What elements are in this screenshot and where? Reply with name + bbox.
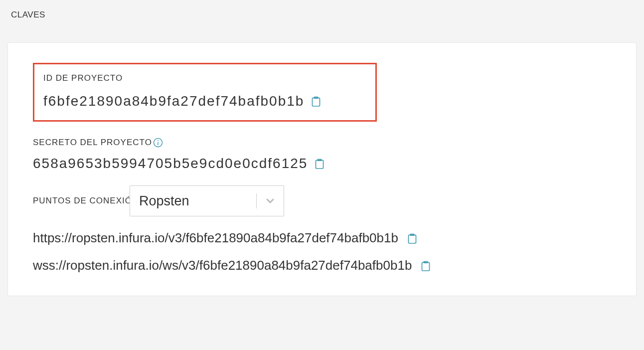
project-secret-value: 658a9653b5994705b5e9cd0e0cdf6125 [33,156,308,172]
info-icon[interactable] [153,138,163,148]
page-title: CLAVES [11,10,639,20]
project-secret-section: SECRETO DEL PROYECTO 658a9653b5994705b5e… [33,138,611,172]
svg-point-2 [158,140,159,141]
wss-endpoint-row: wss://ropsten.infura.io/ws/v3/f6bfe21890… [33,258,611,273]
keys-card: ID DE PROYECTO f6bfe21890a84b9fa27def74b… [7,42,637,296]
chevron-down-icon [257,195,284,207]
network-select[interactable]: Ropsten [130,185,284,216]
network-select-value: Ropsten [130,193,256,209]
project-secret-label: SECRETO DEL PROYECTO [33,138,163,148]
svg-rect-6 [422,262,430,271]
project-id-value: f6bfe21890a84b9fa27def74bafb0b1b [43,93,304,109]
clipboard-icon[interactable] [315,158,324,170]
project-id-row: f6bfe21890a84b9fa27def74bafb0b1b [43,93,366,109]
project-id-label: ID DE PROYECTO [43,73,123,83]
project-id-section: ID DE PROYECTO f6bfe21890a84b9fa27def74b… [33,63,377,122]
clipboard-icon[interactable] [311,95,321,107]
svg-rect-4 [316,160,323,169]
svg-rect-5 [408,235,416,243]
project-secret-label-text: SECRETO DEL PROYECTO [33,138,152,148]
endpoint-rows: https://ropsten.infura.io/v3/f6bfe21890a… [33,230,611,273]
project-secret-row: 658a9653b5994705b5e9cd0e0cdf6125 [33,156,611,172]
clipboard-icon[interactable] [407,232,417,244]
endpoints-header: PUNTOS DE CONEXIÓN Ropsten [33,185,611,216]
endpoints-label: PUNTOS DE CONEXIÓN [33,196,130,206]
wss-endpoint-value: wss://ropsten.infura.io/ws/v3/f6bfe21890… [33,258,412,273]
https-endpoint-value: https://ropsten.infura.io/v3/f6bfe21890a… [33,230,398,246]
https-endpoint-row: https://ropsten.infura.io/v3/f6bfe21890a… [33,230,611,246]
svg-rect-0 [313,98,320,106]
clipboard-icon[interactable] [421,260,431,272]
